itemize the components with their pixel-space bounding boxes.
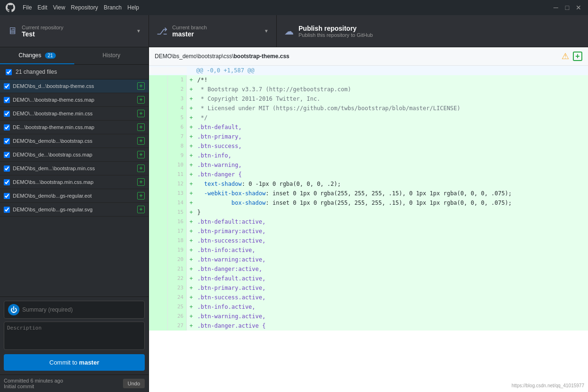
commit-message: Initial commit [4, 383, 63, 389]
github-logo-icon [6, 3, 15, 12]
file-list: DEMO\bs_d...\bootstrap-theme.css + DEMO\… [0, 79, 149, 296]
diff-filepath: DEMO\bs_demo\bootstrap\css\bootstrap-the… [155, 53, 290, 60]
publish-sub: Publish this repository to GitHub [298, 32, 580, 38]
changes-badge: 21 [45, 52, 56, 59]
file-checkbox-6[interactable] [4, 166, 10, 172]
file-name-9: DEMO\bs_demo\b...gs-regular.svg [13, 207, 134, 212]
file-added-icon-6: + [137, 165, 145, 172]
titlebar: File Edit View Repository Branch Help ─ … [0, 0, 588, 15]
diff-line-9: 9 + .btn-info, [149, 151, 588, 160]
file-checkbox-3[interactable] [4, 124, 10, 131]
file-checkbox-1[interactable] [4, 97, 10, 103]
file-item-9[interactable]: DEMO\bs_demo\b...gs-regular.svg + [0, 203, 149, 217]
file-item-2[interactable]: DEMO\...\bootstrap-theme.min.css + [0, 107, 149, 121]
commit-summary-field[interactable]: ⏻ [4, 301, 145, 319]
file-checkbox-7[interactable] [4, 179, 10, 185]
diff-line-18: 18 + .btn-success:active, [149, 236, 588, 245]
url-hint: https://blog.csdn.net/qq_41015977 [512, 383, 584, 388]
diff-line-15: 15 + } [149, 208, 588, 217]
diff-line-8: 8 + .btn-success, [149, 141, 588, 151]
warning-icon: ⚠ [562, 51, 569, 61]
publish-label: Publish repository [298, 25, 580, 32]
branch-label: Current branch [172, 25, 259, 30]
diff-line-6: 6 + .btn-default, [149, 122, 588, 132]
diff-line-26: 26 + .btn-warning.active, [149, 312, 588, 321]
commit-description-input[interactable] [4, 322, 145, 350]
commit-area: ⏻ Commit to master [0, 296, 149, 375]
file-added-icon-9: + [137, 206, 145, 213]
file-name-7: DEMO\bs...\bootstrap.min.css.map [13, 179, 134, 185]
file-added-icon-7: + [137, 178, 145, 186]
menu-help[interactable]: Help [127, 4, 139, 11]
file-checkbox-2[interactable] [4, 111, 10, 117]
menu-repository[interactable]: Repository [71, 4, 98, 11]
publish-icon: ☁ [284, 26, 294, 37]
diff-line-12: 12 + text-shadow: 0 -1px 0 rgba(0, 0, 0,… [149, 179, 588, 189]
diff-line-17: 17 + .btn-primary:active, [149, 226, 588, 236]
file-item-7[interactable]: DEMO\bs...\bootstrap.min.css.map + [0, 175, 149, 189]
repo-selector[interactable]: 🖥 Current repository Test ▼ [0, 15, 149, 47]
file-checkbox-4[interactable] [4, 138, 10, 144]
menu-view[interactable]: View [53, 4, 65, 11]
select-all-checkbox[interactable] [6, 69, 12, 75]
repo-label: Current repository [22, 25, 132, 30]
commit-time: Committed 6 minutes ago [4, 378, 63, 383]
menu-branch[interactable]: Branch [104, 4, 122, 11]
file-checkbox-8[interactable] [4, 193, 10, 199]
diff-line-16: 16 + .btn-default:active, [149, 217, 588, 226]
diff-content[interactable]: @@ -0,0 +1,587 @@ 1 + /*! 2 + * Bootstra… [149, 66, 588, 392]
file-item-6[interactable]: DEMO\bs_dem...\bootstrap.min.css + [0, 162, 149, 175]
diff-line-13: 13 + -webkit-box-shadow: inset 0 1px 0 r… [149, 189, 588, 198]
file-item-0[interactable]: DEMO\bs_d...\bootstrap-theme.css + [0, 79, 149, 93]
file-item-8[interactable]: DEMO\bs_demo\b...gs-regular.eot + [0, 189, 149, 203]
file-added-icon-8: + [137, 192, 145, 200]
close-button[interactable]: ✕ [575, 4, 582, 11]
diff-header: DEMO\bs_demo\bootstrap\css\bootstrap-the… [149, 47, 588, 66]
file-name-2: DEMO\...\bootstrap-theme.min.css [13, 111, 134, 116]
diff-line-27: 27 + .btn-danger.active { [149, 321, 588, 331]
file-name-6: DEMO\bs_dem...\bootstrap.min.css [13, 166, 134, 171]
diff-line-20: 20 + .btn-warning:active, [149, 255, 588, 264]
diff-line-25: 25 + .btn-info.active, [149, 302, 588, 312]
menu-file[interactable]: File [23, 4, 32, 11]
commit-summary-input[interactable] [22, 306, 140, 313]
repo-chevron-icon: ▼ [136, 28, 141, 34]
file-checkbox-9[interactable] [4, 207, 10, 213]
sidebar: Changes 21 History 21 changed files DEMO… [0, 47, 149, 392]
file-added-icon-4: + [137, 137, 145, 145]
file-checkbox-5[interactable] [4, 152, 10, 158]
file-checkbox-0[interactable] [4, 83, 10, 89]
bottom-status: Committed 6 minutes ago Initial commit U… [0, 375, 149, 392]
commit-avatar: ⏻ [8, 304, 19, 315]
diff-hunk-header: @@ -0,0 +1,587 @@ [149, 66, 588, 75]
file-item-3[interactable]: DE...\bootstrap-theme.min.css.map + [0, 121, 149, 134]
minimize-button[interactable]: ─ [552, 4, 560, 11]
diff-line-24: 24 + .btn-success.active, [149, 293, 588, 302]
branch-selector[interactable]: ⎇ Current branch master ▼ [149, 15, 277, 47]
commit-button[interactable]: Commit to master [4, 354, 145, 371]
repo-name: Test [22, 30, 132, 38]
file-added-icon-3: + [137, 123, 145, 131]
file-added-icon-0: + [137, 82, 145, 90]
diff-line-5: 5 + */ [149, 113, 588, 122]
file-name-8: DEMO\bs_demo\b...gs-regular.eot [13, 193, 134, 199]
branch-chevron-icon: ▼ [264, 28, 269, 34]
file-item-1[interactable]: DEMO\...\bootstrap-theme.css.map + [0, 93, 149, 107]
computer-icon: 🖥 [8, 26, 17, 36]
undo-button[interactable]: Undo [123, 379, 145, 388]
diff-line-22: 22 + .btn-default.active, [149, 274, 588, 283]
menu-edit[interactable]: Edit [37, 4, 47, 11]
maximize-button[interactable]: □ [563, 4, 571, 11]
main-content: Changes 21 History 21 changed files DEMO… [0, 47, 588, 392]
add-diff-icon[interactable]: + [573, 52, 582, 61]
diff-line-19: 19 + .btn-info:active, [149, 245, 588, 255]
diff-line-2: 2 + * Bootstrap v3.3.7 (http://getbootst… [149, 85, 588, 94]
file-item-5[interactable]: DEMO\bs_de...\bootstrap.css.map + [0, 148, 149, 162]
file-name-0: DEMO\bs_d...\bootstrap-theme.css [13, 83, 134, 89]
publish-section[interactable]: ☁ Publish repository Publish this reposi… [277, 15, 588, 47]
file-item-4[interactable]: DEMO\bs_demo\b...\bootstrap.css + [0, 134, 149, 148]
file-name-3: DE...\bootstrap-theme.min.css.map [13, 124, 134, 130]
tab-changes[interactable]: Changes 21 [0, 47, 74, 64]
branch-icon: ⎇ [157, 26, 167, 37]
tab-history[interactable]: History [74, 47, 149, 64]
